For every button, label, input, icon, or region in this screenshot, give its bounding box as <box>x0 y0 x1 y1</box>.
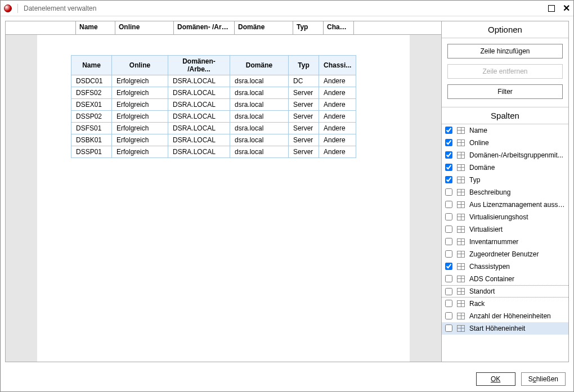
maximize-button[interactable] <box>548 4 555 12</box>
column-checkbox[interactable] <box>445 164 452 171</box>
cell-name[interactable]: DSDC01 <box>71 75 112 87</box>
column-item[interactable]: Inventarnummer <box>442 236 568 248</box>
cell-dom[interactable]: DSRA.LOCAL <box>168 87 230 99</box>
cell-online[interactable]: Erfolgreich <box>112 134 168 146</box>
table-row[interactable]: DSSP01ErfolgreichDSRA.LOCALdsra.localSer… <box>71 146 356 158</box>
table-row[interactable]: DSEX01ErfolgreichDSRA.LOCALdsra.localSer… <box>71 99 356 111</box>
column-item[interactable]: Virtualisiert <box>442 223 568 236</box>
cell-domain[interactable]: dsra.local <box>230 99 289 111</box>
column-item[interactable]: Standort <box>442 285 568 298</box>
column-checkbox[interactable] <box>445 263 452 270</box>
cell-chassis[interactable]: Andere <box>319 111 356 123</box>
column-item[interactable]: Domäne <box>442 161 568 174</box>
filter-button[interactable]: Filter <box>447 84 563 99</box>
column-item[interactable]: Virtualisierungshost <box>442 211 568 223</box>
cell-domain[interactable]: dsra.local <box>230 123 289 134</box>
th-domain-workgroup[interactable]: Domänen- /Arbe... <box>168 56 230 75</box>
column-item[interactable]: Aus Lizenzmanagement aussch... <box>442 199 568 211</box>
header-domain[interactable]: Domäne <box>235 21 293 34</box>
cell-online[interactable]: Erfolgreich <box>112 99 168 111</box>
add-row-button[interactable]: Zeile hinzufügen <box>447 44 563 58</box>
cell-online[interactable]: Erfolgreich <box>112 146 168 158</box>
cell-chassis[interactable]: Andere <box>319 123 356 134</box>
cell-typ[interactable]: Server <box>289 99 319 111</box>
column-item[interactable]: Name <box>442 124 568 137</box>
table-row[interactable]: DSDC01ErfolgreichDSRA.LOCALdsra.localDCA… <box>71 75 356 87</box>
column-checkbox[interactable] <box>445 213 452 220</box>
cell-dom[interactable]: DSRA.LOCAL <box>168 99 230 111</box>
column-checkbox[interactable] <box>445 151 452 159</box>
column-item[interactable]: Beschreibung <box>442 186 568 199</box>
column-item[interactable]: Domänen-/Arbeitsgruppenmit... <box>442 149 568 161</box>
column-checkbox[interactable] <box>445 238 452 245</box>
cell-typ[interactable]: Server <box>289 87 319 99</box>
cell-name[interactable]: DSEX01 <box>71 99 112 111</box>
header-online[interactable]: Online <box>115 21 174 34</box>
cell-dom[interactable]: DSRA.LOCAL <box>168 146 230 158</box>
table-row[interactable]: DSFS02ErfolgreichDSRA.LOCALdsra.localSer… <box>71 87 356 99</box>
th-online[interactable]: Online <box>112 56 168 75</box>
cell-name[interactable]: DSBK01 <box>71 134 112 146</box>
column-item[interactable]: ADS Container <box>442 273 568 285</box>
cell-typ[interactable]: Server <box>289 134 319 146</box>
cell-chassis[interactable]: Andere <box>319 75 356 87</box>
cell-online[interactable]: Erfolgreich <box>112 87 168 99</box>
cell-typ[interactable]: Server <box>289 111 319 123</box>
column-checkbox[interactable] <box>445 201 452 208</box>
column-checkbox[interactable] <box>445 275 452 282</box>
cell-domain[interactable]: dsra.local <box>230 146 289 158</box>
cell-online[interactable]: Erfolgreich <box>112 111 168 123</box>
cell-dom[interactable]: DSRA.LOCAL <box>168 75 230 87</box>
column-item[interactable]: Typ <box>442 174 568 186</box>
ok-button[interactable]: OK <box>476 372 515 386</box>
column-item[interactable]: Rack <box>442 298 568 310</box>
th-chassis[interactable]: Chassi... <box>319 56 356 75</box>
cell-chassis[interactable]: Andere <box>319 99 356 111</box>
cell-typ[interactable]: Server <box>289 146 319 158</box>
table-row[interactable]: DSSP02ErfolgreichDSRA.LOCALdsra.localSer… <box>71 111 356 123</box>
cell-dom[interactable]: DSRA.LOCAL <box>168 123 230 134</box>
column-item[interactable]: Zugeordneter Benutzer <box>442 248 568 260</box>
close-window-button[interactable]: ✕ <box>562 4 570 12</box>
cell-name[interactable]: DSSP02 <box>71 111 112 123</box>
cell-online[interactable]: Erfolgreich <box>112 123 168 134</box>
cell-typ[interactable]: DC <box>289 75 319 87</box>
column-item[interactable]: Start Höheneinheit <box>442 322 568 335</box>
column-checkbox[interactable] <box>445 127 452 134</box>
cell-domain[interactable]: dsra.local <box>230 75 289 87</box>
cell-typ[interactable]: Server <box>289 123 319 134</box>
column-checkbox[interactable] <box>445 226 452 233</box>
th-name[interactable]: Name <box>71 56 112 75</box>
table-row[interactable]: DSFS01ErfolgreichDSRA.LOCALdsra.localSer… <box>71 123 356 134</box>
header-typ[interactable]: Typ <box>293 21 324 34</box>
table-row[interactable]: DSBK01ErfolgreichDSRA.LOCALdsra.localSer… <box>71 134 356 146</box>
cell-name[interactable]: DSFS01 <box>71 123 112 134</box>
cell-chassis[interactable]: Andere <box>319 146 356 158</box>
column-checkbox[interactable] <box>445 139 452 146</box>
column-checkbox[interactable] <box>445 188 452 196</box>
cell-chassis[interactable]: Andere <box>319 87 356 99</box>
header-name[interactable]: Name <box>76 21 115 34</box>
th-typ[interactable]: Typ <box>289 56 319 75</box>
column-checkbox[interactable] <box>445 312 452 319</box>
cell-online[interactable]: Erfolgreich <box>112 75 168 87</box>
cell-name[interactable]: DSFS02 <box>71 87 112 99</box>
column-item[interactable]: Online <box>442 137 568 149</box>
header-chassis[interactable]: Chassi... <box>324 21 354 34</box>
cell-chassis[interactable]: Andere <box>319 134 356 146</box>
column-checkbox[interactable] <box>445 300 452 307</box>
column-checkbox[interactable] <box>445 250 452 258</box>
column-item[interactable]: Chassistypen <box>442 260 568 273</box>
column-checkbox[interactable] <box>445 325 452 332</box>
cell-domain[interactable]: dsra.local <box>230 87 289 99</box>
cell-dom[interactable]: DSRA.LOCAL <box>168 134 230 146</box>
cell-dom[interactable]: DSRA.LOCAL <box>168 111 230 123</box>
cell-name[interactable]: DSSP01 <box>71 146 112 158</box>
header-domain-workgroup[interactable]: Domänen- /Arbe... <box>174 21 235 34</box>
close-button[interactable]: Schließen <box>521 372 566 386</box>
column-checkbox[interactable] <box>445 176 452 183</box>
cell-domain[interactable]: dsra.local <box>230 111 289 123</box>
th-domain[interactable]: Domäne <box>230 56 289 75</box>
column-checkbox[interactable] <box>445 288 452 295</box>
column-item[interactable]: Anzahl der Höheneinheiten <box>442 310 568 322</box>
